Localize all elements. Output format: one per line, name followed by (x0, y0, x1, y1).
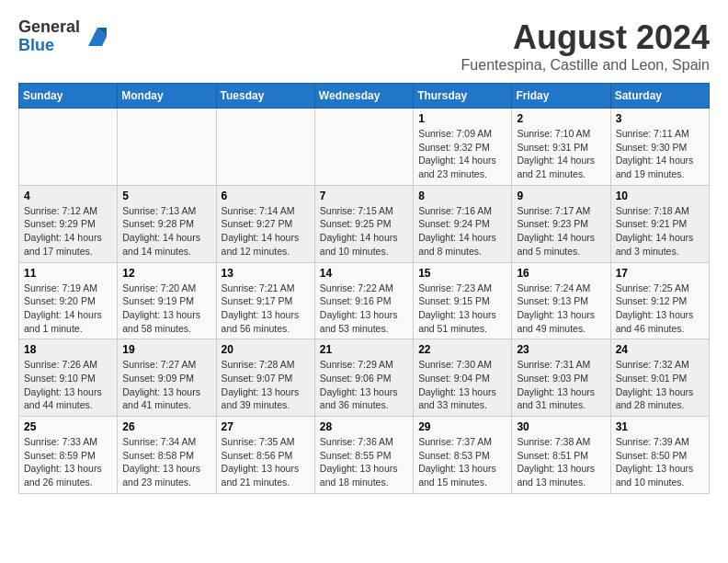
day-info: Sunrise: 7:33 AM Sunset: 8:59 PM Dayligh… (24, 435, 112, 489)
logo: General Blue (18, 18, 111, 55)
day-info: Sunrise: 7:19 AM Sunset: 9:20 PM Dayligh… (24, 282, 112, 336)
day-info: Sunrise: 7:38 AM Sunset: 8:51 PM Dayligh… (517, 435, 605, 489)
day-info: Sunrise: 7:26 AM Sunset: 9:10 PM Dayligh… (24, 358, 112, 412)
calendar-cell: 25Sunrise: 7:33 AM Sunset: 8:59 PM Dayli… (19, 417, 118, 494)
day-info: Sunrise: 7:21 AM Sunset: 9:17 PM Dayligh… (222, 282, 310, 336)
day-number: 24 (616, 343, 704, 356)
calendar-cell: 19Sunrise: 7:27 AM Sunset: 9:09 PM Dayli… (118, 339, 216, 417)
calendar-cell: 8Sunrise: 7:16 AM Sunset: 9:24 PM Daylig… (414, 185, 512, 262)
day-number: 21 (320, 343, 408, 356)
day-info: Sunrise: 7:17 AM Sunset: 9:23 PM Dayligh… (517, 204, 605, 259)
calendar-cell: 27Sunrise: 7:35 AM Sunset: 8:56 PM Dayli… (216, 417, 314, 494)
calendar-cell: 13Sunrise: 7:21 AM Sunset: 9:17 PM Dayli… (216, 262, 314, 339)
calendar-cell: 18Sunrise: 7:26 AM Sunset: 9:10 PM Dayli… (19, 339, 118, 417)
calendar-cell: 3Sunrise: 7:11 AM Sunset: 9:30 PM Daylig… (610, 109, 709, 186)
calendar-cell (216, 109, 314, 186)
calendar-cell: 28Sunrise: 7:36 AM Sunset: 8:55 PM Dayli… (314, 417, 413, 494)
calendar-cell: 2Sunrise: 7:10 AM Sunset: 9:31 PM Daylig… (512, 109, 610, 186)
calendar-cell: 12Sunrise: 7:20 AM Sunset: 9:19 PM Dayli… (118, 262, 216, 339)
day-number: 18 (24, 343, 112, 356)
weekday-header: Sunday (19, 84, 118, 109)
calendar-cell: 16Sunrise: 7:24 AM Sunset: 9:13 PM Dayli… (512, 262, 610, 339)
calendar-header-row: SundayMondayTuesdayWednesdayThursdayFrid… (19, 84, 710, 109)
calendar-cell (118, 109, 216, 186)
weekday-header: Monday (118, 84, 216, 109)
calendar-cell: 20Sunrise: 7:28 AM Sunset: 9:07 PM Dayli… (216, 339, 314, 417)
calendar-cell: 15Sunrise: 7:23 AM Sunset: 9:15 PM Dayli… (414, 262, 512, 339)
calendar-cell: 21Sunrise: 7:29 AM Sunset: 9:06 PM Dayli… (314, 339, 413, 417)
day-number: 22 (418, 343, 506, 356)
day-info: Sunrise: 7:15 AM Sunset: 9:25 PM Dayligh… (320, 204, 408, 259)
calendar-cell: 29Sunrise: 7:37 AM Sunset: 8:53 PM Dayli… (414, 417, 512, 494)
day-number: 4 (24, 190, 112, 202)
weekday-header: Wednesday (314, 84, 413, 109)
day-number: 15 (418, 267, 506, 280)
calendar-week-row: 4Sunrise: 7:12 AM Sunset: 9:29 PM Daylig… (19, 185, 710, 262)
page-header: General Blue August 2024 Fuentespina, Ca… (18, 18, 710, 74)
day-info: Sunrise: 7:14 AM Sunset: 9:27 PM Dayligh… (222, 204, 310, 259)
calendar-week-row: 1Sunrise: 7:09 AM Sunset: 9:32 PM Daylig… (19, 109, 710, 186)
logo-icon (84, 23, 111, 51)
calendar-week-row: 18Sunrise: 7:26 AM Sunset: 9:10 PM Dayli… (19, 339, 710, 417)
day-number: 25 (24, 420, 112, 433)
weekday-header: Thursday (414, 84, 512, 109)
calendar-cell: 31Sunrise: 7:39 AM Sunset: 8:50 PM Dayli… (610, 417, 709, 494)
day-info: Sunrise: 7:30 AM Sunset: 9:04 PM Dayligh… (418, 358, 506, 412)
logo-general-text: General (18, 18, 80, 37)
day-number: 7 (320, 190, 408, 202)
calendar-cell (314, 109, 413, 186)
day-number: 20 (222, 343, 310, 356)
month-title: August 2024 (461, 18, 710, 57)
calendar-table: SundayMondayTuesdayWednesdayThursdayFrid… (18, 83, 710, 494)
day-number: 8 (418, 190, 506, 202)
weekday-header: Saturday (610, 84, 709, 109)
logo-blue-text: Blue (18, 37, 80, 55)
calendar-cell: 7Sunrise: 7:15 AM Sunset: 9:25 PM Daylig… (314, 185, 413, 262)
day-number: 23 (517, 343, 605, 356)
day-number: 29 (418, 420, 506, 433)
calendar-cell: 10Sunrise: 7:18 AM Sunset: 9:21 PM Dayli… (610, 185, 709, 262)
day-info: Sunrise: 7:24 AM Sunset: 9:13 PM Dayligh… (517, 282, 605, 336)
day-number: 3 (616, 112, 704, 125)
day-info: Sunrise: 7:11 AM Sunset: 9:30 PM Dayligh… (616, 127, 704, 181)
calendar-cell: 1Sunrise: 7:09 AM Sunset: 9:32 PM Daylig… (414, 109, 512, 186)
day-number: 27 (222, 420, 310, 433)
day-number: 11 (24, 267, 112, 280)
day-info: Sunrise: 7:27 AM Sunset: 9:09 PM Dayligh… (122, 358, 210, 412)
day-info: Sunrise: 7:25 AM Sunset: 9:12 PM Dayligh… (616, 282, 704, 336)
day-number: 6 (222, 190, 310, 202)
calendar-cell (19, 109, 118, 186)
day-info: Sunrise: 7:37 AM Sunset: 8:53 PM Dayligh… (418, 435, 506, 489)
calendar-week-row: 25Sunrise: 7:33 AM Sunset: 8:59 PM Dayli… (19, 417, 710, 494)
day-info: Sunrise: 7:13 AM Sunset: 9:28 PM Dayligh… (122, 204, 210, 259)
location-title: Fuentespina, Castille and Leon, Spain (461, 57, 710, 74)
day-number: 2 (517, 112, 605, 125)
day-number: 9 (517, 190, 605, 202)
day-info: Sunrise: 7:36 AM Sunset: 8:55 PM Dayligh… (320, 435, 408, 489)
day-info: Sunrise: 7:29 AM Sunset: 9:06 PM Dayligh… (320, 358, 408, 412)
calendar-cell: 4Sunrise: 7:12 AM Sunset: 9:29 PM Daylig… (19, 185, 118, 262)
calendar-cell: 17Sunrise: 7:25 AM Sunset: 9:12 PM Dayli… (610, 262, 709, 339)
day-info: Sunrise: 7:18 AM Sunset: 9:21 PM Dayligh… (616, 204, 704, 259)
calendar-cell: 26Sunrise: 7:34 AM Sunset: 8:58 PM Dayli… (118, 417, 216, 494)
day-number: 26 (122, 420, 210, 433)
calendar-cell: 9Sunrise: 7:17 AM Sunset: 9:23 PM Daylig… (512, 185, 610, 262)
day-info: Sunrise: 7:10 AM Sunset: 9:31 PM Dayligh… (517, 127, 605, 181)
day-info: Sunrise: 7:23 AM Sunset: 9:15 PM Dayligh… (418, 282, 506, 336)
day-number: 13 (222, 267, 310, 280)
day-info: Sunrise: 7:28 AM Sunset: 9:07 PM Dayligh… (222, 358, 310, 412)
day-number: 17 (616, 267, 704, 280)
day-info: Sunrise: 7:32 AM Sunset: 9:01 PM Dayligh… (616, 358, 704, 412)
day-number: 14 (320, 267, 408, 280)
day-info: Sunrise: 7:09 AM Sunset: 9:32 PM Dayligh… (418, 127, 506, 181)
day-number: 28 (320, 420, 408, 433)
day-info: Sunrise: 7:31 AM Sunset: 9:03 PM Dayligh… (517, 358, 605, 412)
day-number: 19 (122, 343, 210, 356)
day-number: 1 (418, 112, 506, 125)
day-info: Sunrise: 7:16 AM Sunset: 9:24 PM Dayligh… (418, 204, 506, 259)
day-number: 10 (616, 190, 704, 202)
day-number: 5 (122, 190, 210, 202)
day-info: Sunrise: 7:35 AM Sunset: 8:56 PM Dayligh… (222, 435, 310, 489)
calendar-cell: 5Sunrise: 7:13 AM Sunset: 9:28 PM Daylig… (118, 185, 216, 262)
day-number: 16 (517, 267, 605, 280)
